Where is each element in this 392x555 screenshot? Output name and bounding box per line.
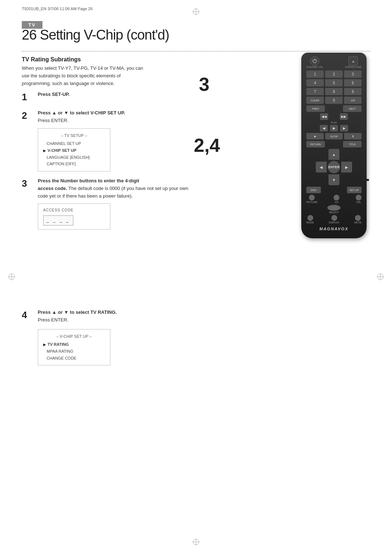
picture-btn-group: PICTURE [306,195,318,203]
select-btn-group: SELECT [306,205,362,214]
nav-right-button[interactable]: ▶ [341,162,352,173]
title-button[interactable]: TITLE [343,141,362,147]
step-2-normal: Press ENTER. [38,118,69,123]
reg-mark-right [377,273,384,282]
enter-button[interactable]: ENTER [328,161,340,173]
menu-4-item-2-label: MPAA RATING [47,348,74,355]
menu-4-item-2: MPAA RATING [43,348,105,355]
btn-7[interactable]: 7 [306,88,324,95]
back-btn[interactable]: ◀ [320,125,328,131]
rew-button[interactable]: ◀◀ [320,113,328,120]
section-title: TV Rating Subratings [22,56,81,63]
remote-label-3: 3 [199,73,209,95]
open-close-button[interactable]: ▲ [348,56,358,66]
step-3: 3 Press the Number buttons to enter the … [22,177,196,230]
select-circle[interactable] [327,205,340,211]
mute-btn-group: MUTE [354,215,362,224]
btn-0[interactable]: 0 [325,97,343,104]
menu-2-item-4: CAPTION [OFF] [43,161,105,167]
disc-button[interactable]: DISC [306,187,321,193]
menu-4-title: – V-CHIP SET UP – [43,333,105,340]
step-1-number: 1 [22,92,35,103]
btn-4[interactable]: 4 [306,79,324,86]
menu-2-arrow-2: ▶ [43,147,46,154]
menu-4-item-3: CHANGE CODE [43,355,105,362]
btn-clear[interactable]: CLEAR [306,97,324,104]
mode-btn-group: MODE [306,215,314,224]
btn-6[interactable]: 6 [344,79,362,86]
menu-4-item-1-label: TV RATING [48,341,69,348]
select-row: SELECT [306,205,362,214]
menu-2-item-3-label: LANGUAGE [ENGLISH] [47,154,90,161]
step-4: 4 Press ▲ or ▼ to select TV RATING. Pres… [22,309,196,365]
display-circle[interactable] [331,215,337,221]
mode-circle[interactable] [307,215,313,221]
reg-mark-left [8,273,15,282]
next-button[interactable]: NEXT [343,105,362,112]
standby-button[interactable] [310,56,319,66]
step-3-content: Press the Number buttons to enter the 4-… [35,177,196,230]
btn-2[interactable]: 2 [325,70,343,78]
disc-setup-row: DISC SET-UP [306,187,362,193]
stop-button[interactable]: ■ [306,133,324,139]
play-area: PLAY ◀ ▶ ▶ [306,121,362,131]
access-code-box: ACCESS CODE _ _ _ _ [38,203,110,229]
menu-4-item-1: ▶ TV RATING [43,341,105,348]
select-label: SELECT [329,211,339,214]
pause-button[interactable]: ⏸ [344,133,362,139]
menu-2-item-1-label: CHANNEL SET UP [47,140,81,147]
menu-2-item-4-label: CAPTION [OFF] [47,161,76,167]
menu-2-item-2: ▶ V-CHIP SET UP [43,147,105,154]
step-2: 2 Press ▲ or ▼ to select V-CHIP SET UP. … [22,109,196,171]
play-button[interactable]: ▶ [330,125,338,131]
btn-1[interactable]: 1 [306,70,324,78]
mute-circle[interactable] [355,215,361,221]
mode-display-mute-row: MODE DISPLAY MUTE [306,215,362,224]
btn-100[interactable]: 100 [344,97,362,104]
picture-circle[interactable] [309,195,315,200]
play-label: PLAY [306,121,362,124]
remote-brand: MAGNAVOX [305,227,363,231]
page-title: 26 Setting V-Chip (cont'd) [22,27,169,43]
return-button[interactable]: RETURN [306,141,325,147]
nav-up-button[interactable]: ▲ [328,149,339,160]
nav-down-button[interactable]: ▼ [328,174,339,185]
step-4-menu-box: – V-CHIP SET UP – ▶ TV RATING MPAA RATIN… [38,329,110,366]
mute-label: MUTE [354,221,362,224]
step-2-number: 2 [22,110,35,121]
btn-8[interactable]: 8 [325,88,343,95]
remote-container: STANDBY·ON ▲ OPEN/CLOSE 1 2 3 4 5 6 7 8 … [301,53,370,238]
nav-left-button[interactable]: ◀ [316,162,327,173]
btn-5[interactable]: 5 [325,79,343,86]
menu-2-title: – TV SETUP – [43,132,105,139]
step-4-number: 4 [22,309,35,321]
rew-ff-row: ◀◀ ▶▶ [306,113,362,120]
setup-button[interactable]: SET-UP [347,187,362,193]
ff-button[interactable]: ▶▶ [340,113,348,120]
slow-button[interactable]: SLOW [325,133,343,139]
remote-top-row: STANDBY·ON ▲ OPEN/CLOSE [305,56,363,68]
menu-2-arrow [43,141,45,147]
nav-cross: ▲ ◀ ENTER ▶ ▼ [316,149,352,185]
mode-label: MODE [306,221,314,224]
access-code-display: _ _ _ _ [43,215,73,225]
open-close-label: OPEN/CLOSE [345,66,362,68]
menu-2-item-1: CHANNEL SET UP [43,140,105,147]
vol-circle[interactable] [356,195,362,200]
step-3-number: 3 [22,178,35,189]
btn-3[interactable]: 3 [344,70,362,78]
menu-2-item-3: LANGUAGE [ENGLISH] [43,154,105,161]
step-2-bold: Press ▲ or ▼ to select V-CHIP SET UP. [38,110,125,116]
btn-9[interactable]: 9 [344,88,362,95]
fwd-btn[interactable]: ▶ [340,125,348,131]
step-4-area: 4 Press ▲ or ▼ to select TV RATING. Pres… [22,309,196,372]
number-grid: 1 2 3 4 5 6 7 8 9 CLEAR 0 100 [306,70,362,104]
access-code-title: ACCESS CODE [43,207,105,213]
prev-button[interactable]: PREV [306,105,325,112]
play-row: ◀ ▶ ▶ [308,125,360,131]
vol-btn-group: VOL [356,195,362,203]
step-1-content: Press SET-UP. [35,91,70,98]
step-4-normal: Press ENTER. [38,317,69,323]
ch-circle[interactable] [334,195,339,200]
reg-mark-bottom [192,538,200,547]
